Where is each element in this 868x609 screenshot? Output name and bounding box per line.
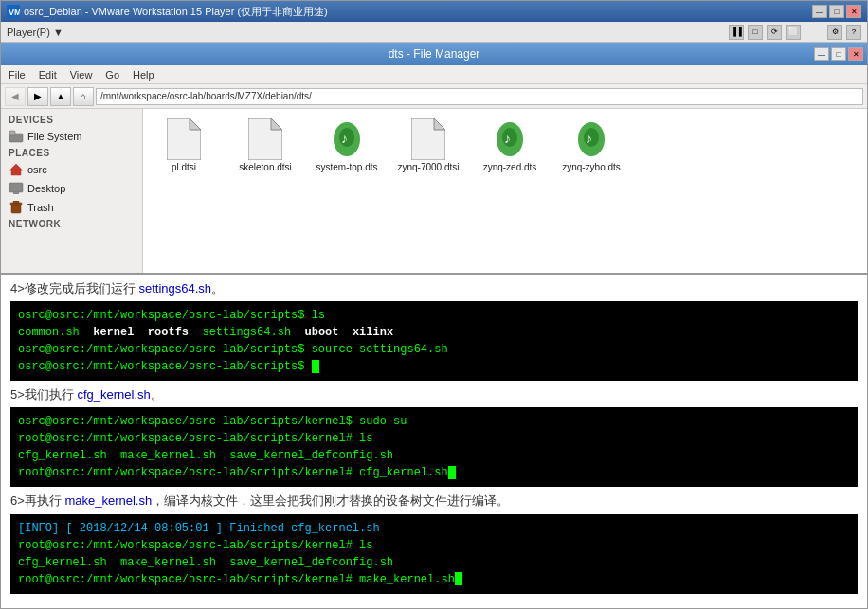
desktop-icon: [9, 181, 24, 196]
svg-text:VM: VM: [9, 8, 20, 17]
terminal-line-3: osrc@osrc:/mnt/workspace/osrc-lab/script…: [18, 341, 850, 358]
svg-marker-4: [9, 164, 23, 175]
snap-button[interactable]: □: [748, 25, 763, 40]
vm-inner: dts - File Manager — □ ✕ File Edit View …: [1, 43, 867, 608]
maximize-button[interactable]: □: [829, 5, 844, 18]
file-icon-systemtopdts: ♪: [328, 116, 366, 162]
terminal5-line-1: osrc@osrc:/mnt/workspace/osrc-lab/script…: [18, 413, 850, 430]
svg-rect-3: [9, 131, 15, 135]
svg-text:♪: ♪: [504, 131, 511, 146]
vmware-toolbar: ▐▐ □ ⟳ ⬜ ⚙ ?: [729, 25, 861, 40]
vmware-titlebar: VM osrc_Debian - VMware Workstation 15 P…: [1, 1, 867, 22]
fm-content: pl.dtsi skeleton.dtsi: [143, 109, 867, 273]
terminal6-line-3: cfg_kernel.sh make_kernel.sh save_kernel…: [18, 554, 850, 571]
step5-terminal: osrc@osrc:/mnt/workspace/osrc-lab/script…: [10, 407, 858, 487]
osrc-label: osrc: [27, 164, 47, 175]
svg-rect-7: [11, 205, 21, 213]
fm-main: DEVICES File System PLACES: [1, 109, 867, 275]
fm-menubar: File Edit View Go Help: [1, 65, 867, 84]
fm-close-button[interactable]: ✕: [848, 47, 863, 61]
fm-minimize-button[interactable]: —: [814, 47, 829, 61]
step4-highlight: settings64.sh: [138, 281, 211, 296]
network-header: NETWORK: [1, 217, 142, 231]
step6-terminal: [INFO] [ 2018/12/14 08:05:01 ] Finished …: [10, 514, 858, 594]
svg-rect-6: [13, 192, 19, 194]
fullscreen-button[interactable]: ⬜: [786, 25, 801, 40]
step4-text: 4>修改完成后我们运行 settings64.sh。: [10, 280, 858, 297]
step4-terminal: osrc@osrc:/mnt/workspace/osrc-lab/script…: [10, 301, 858, 381]
fm-menu-help[interactable]: Help: [133, 69, 154, 81]
vmware-icon: VM: [7, 5, 20, 18]
page-content: 4>修改完成后我们运行 settings64.sh。 osrc@osrc:/mn…: [1, 275, 867, 608]
terminal-line-4: osrc@osrc:/mnt/workspace/osrc-lab/script…: [18, 358, 850, 375]
svg-marker-13: [271, 118, 282, 130]
sidebar-item-desktop[interactable]: Desktop: [1, 179, 142, 198]
file-item-zynqzybodts[interactable]: ♪ zynq-zybo.dts: [558, 116, 624, 172]
fm-menu-edit[interactable]: Edit: [39, 69, 57, 81]
filename-zynqzeddts: zynq-zed.dts: [483, 162, 537, 172]
forward-button[interactable]: ▶: [27, 87, 48, 106]
vmware-title: osrc_Debian - VMware Workstation 15 Play…: [24, 5, 812, 19]
desktop-label: Desktop: [27, 183, 65, 194]
filename-systemtopdts: system-top.dts: [316, 162, 377, 172]
devices-header: DEVICES: [1, 113, 142, 127]
step6-highlight: make_kernel.sh: [64, 493, 152, 508]
step4-prefix: 4>修改完成后我们运行: [10, 281, 138, 296]
home-icon: [9, 162, 24, 177]
fm-sidebar: DEVICES File System PLACES: [1, 109, 143, 273]
step5-suffix: 。: [151, 387, 163, 402]
vmware-win-controls: — □ ✕: [812, 5, 861, 18]
terminal5-line-4: root@osrc:/mnt/workspace/osrc-lab/script…: [18, 464, 850, 481]
sidebar-item-filesystem[interactable]: File System: [1, 127, 142, 146]
fm-maximize-button[interactable]: □: [831, 47, 846, 61]
help-icon[interactable]: ?: [846, 25, 861, 40]
filename-pldtsi: pl.dtsi: [172, 162, 196, 172]
file-item-zynqzeddts[interactable]: ♪ zynq-zed.dts: [477, 116, 543, 172]
svg-text:♪: ♪: [586, 131, 592, 146]
sidebar-item-trash[interactable]: Trash: [1, 198, 142, 217]
file-item-pldtsi[interactable]: pl.dtsi: [151, 116, 217, 172]
player-menu[interactable]: Player(P) ▼: [7, 27, 63, 38]
up-button[interactable]: ▲: [50, 87, 71, 106]
home-button[interactable]: ⌂: [73, 87, 94, 106]
fm-menu-view[interactable]: View: [70, 69, 93, 81]
fm-title: dts - File Manager: [389, 47, 480, 61]
terminal6-line-2: root@osrc:/mnt/workspace/osrc-lab/script…: [18, 537, 850, 554]
pause-button[interactable]: ▐▐: [729, 25, 744, 40]
fm-menu-file[interactable]: File: [9, 69, 26, 81]
sidebar-item-osrc[interactable]: osrc: [1, 160, 142, 179]
terminal-line-1: osrc@osrc:/mnt/workspace/osrc-lab/script…: [18, 307, 850, 324]
address-bar[interactable]: /mnt/workspace/osrc-lab/boards/MZ7X/debi…: [96, 88, 863, 105]
reset-button[interactable]: ⟳: [767, 25, 782, 40]
svg-rect-9: [13, 201, 19, 203]
step6-text: 6>再执行 make_kernel.sh，编译内核文件，这里会把我们刚才替换的设…: [10, 493, 858, 510]
file-item-zynq7000dtsi[interactable]: zynq-7000.dtsi: [395, 116, 461, 172]
svg-rect-8: [10, 203, 22, 205]
fm-toolbar: ◀ ▶ ▲ ⌂ /mnt/workspace/osrc-lab/boards/M…: [1, 84, 867, 109]
file-icon-zynqzybodts: ♪: [572, 116, 610, 162]
file-item-skeletondtsi[interactable]: skeleton.dtsi: [232, 116, 298, 172]
fm-titlebar: dts - File Manager — □ ✕: [1, 43, 867, 65]
file-icon-zynq7000dtsi: [409, 116, 447, 162]
file-item-systemtopdts[interactable]: ♪ system-top.dts: [314, 116, 380, 172]
file-icon-skeletondtsi: [246, 116, 284, 162]
settings-icon[interactable]: ⚙: [827, 25, 842, 40]
close-button[interactable]: ✕: [846, 5, 861, 18]
step5-prefix: 5>我们执行: [10, 387, 77, 402]
fm-menu-go[interactable]: Go: [105, 69, 119, 81]
step6-middle: ，编译内核文件，这里会把我们刚才替换的设备树文件进行编译。: [152, 493, 509, 508]
svg-marker-18: [434, 118, 445, 130]
file-icon-zynqzeddts: ♪: [491, 116, 529, 162]
vmware-window: VM osrc_Debian - VMware Workstation 15 P…: [0, 0, 868, 609]
minimize-button[interactable]: —: [812, 5, 827, 18]
filename-zynqzybodts: zynq-zybo.dts: [562, 162, 621, 172]
filename-skeletondtsi: skeleton.dtsi: [239, 162, 292, 172]
trash-label: Trash: [27, 202, 54, 213]
terminal-line-2: common.sh kernel rootfs settings64.sh ub…: [18, 324, 850, 341]
step4-suffix: 。: [211, 281, 224, 296]
back-button[interactable]: ◀: [5, 87, 26, 106]
svg-marker-11: [190, 118, 201, 130]
terminal6-line-4: root@osrc:/mnt/workspace/osrc-lab/script…: [18, 571, 850, 588]
svg-rect-5: [9, 183, 23, 192]
step5-text: 5>我们执行 cfg_kernel.sh。: [10, 386, 858, 403]
